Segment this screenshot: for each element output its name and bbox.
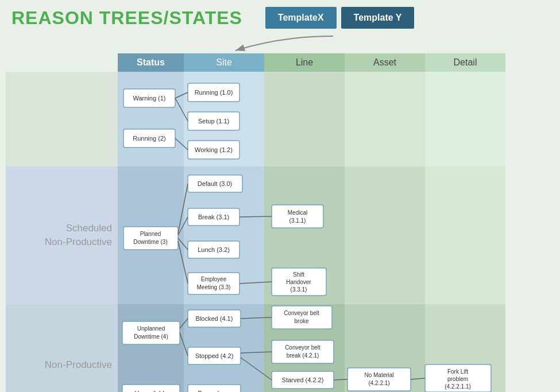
col-header-detail: Detail	[425, 53, 505, 72]
default-text: Default (3.0)	[198, 180, 233, 187]
shift-handover-text2: Handover	[286, 279, 311, 285]
col-header-asset: Asset	[345, 53, 425, 72]
line-stopped-c421	[241, 352, 272, 353]
planned-rect	[123, 227, 178, 250]
no-material-rect	[347, 368, 411, 391]
conveyor-421-text2: break (4.2.1)	[287, 352, 319, 359]
page: REASON TREES/STATES TemplateX Template Y…	[0, 0, 560, 392]
medical-rect	[272, 205, 323, 228]
arrow-svg	[0, 33, 560, 53]
planned-text2: Downtime (3)	[133, 239, 167, 245]
col-header-site: Site	[184, 53, 264, 72]
stopped-text: Stopped (4.2)	[195, 352, 234, 359]
unavailable-text: Unavailable	[134, 390, 167, 392]
medical-text2: (3.1.1)	[289, 218, 306, 224]
forklift-text3: (4.2.2.1.1)	[445, 383, 471, 390]
lunch-text: Lunch (3.2)	[198, 246, 230, 253]
unplanned-text1: Unplanned	[137, 325, 165, 332]
nonproductive-section-label: Non-Productive	[6, 304, 118, 392]
template-buttons: TemplateX Template Y	[265, 7, 415, 29]
blocked-text: Blocked (4.1)	[196, 315, 233, 322]
cols-with-overlay: Warning (1) Running (2) Running (1.0) Se…	[118, 72, 505, 392]
line-unplanned-blocked	[180, 319, 188, 328]
line-starved-nomaterial	[334, 379, 347, 380]
line-empmtg-shift	[240, 282, 272, 284]
line-warning-setup	[175, 98, 188, 121]
line-warning-running10	[175, 92, 188, 98]
warning-node-text: Warning (1)	[133, 95, 165, 102]
header-row: Status Site Line Asset Detail	[118, 53, 554, 72]
setup-text: Setup (1.1)	[198, 118, 229, 125]
nonproductive-label-text: Non-Productive	[45, 358, 112, 372]
running-section-label	[6, 72, 118, 166]
line-unplanned-stopped	[180, 333, 188, 356]
no-material-text1: No Material	[364, 372, 393, 378]
planned-text1: Planned	[140, 231, 161, 237]
shift-handover-text1: Shift	[293, 271, 304, 278]
unplanned-text2: Downtime (4)	[134, 333, 168, 340]
body-area: ScheduledNon-Productive Non-Productive	[6, 72, 554, 392]
scheduled-label-text: ScheduledNon-Productive	[45, 222, 112, 249]
emp-meeting-text2: Meeting (3.3)	[197, 284, 231, 290]
page-title: REASON TREES/STATES	[11, 7, 242, 29]
working-text: Working (1.2)	[195, 146, 233, 153]
line-blocked-cbroke	[241, 317, 272, 319]
template-y-button[interactable]: Template Y	[341, 7, 415, 29]
unplanned-rect	[122, 321, 180, 344]
diagram-wrapper: Status Site Line Asset Detail ScheduledN…	[6, 53, 554, 392]
forklift-text1: Fork Lift	[447, 368, 468, 375]
header: REASON TREES/STATES TemplateX Template Y	[0, 0, 560, 33]
running2-node-text: Running (2)	[133, 135, 165, 142]
running-site-text: Running (1.0)	[195, 89, 233, 96]
conveyor-broke-text2: broke	[294, 318, 308, 324]
emp-meeting-text1: Employee	[201, 276, 227, 282]
line-nomaterial-forklift	[411, 378, 425, 379]
col-header-line: Line	[264, 53, 345, 72]
diagram-svg: Warning (1) Running (2) Running (1.0) Se…	[118, 72, 505, 392]
left-labels-col: ScheduledNon-Productive Non-Productive	[6, 72, 118, 392]
col-header-status: Status	[118, 53, 184, 72]
shift-handover-text3: (3.3.1)	[291, 286, 307, 293]
starved-text: Starved (4.2.2)	[282, 377, 324, 383]
conveyor-broke-text1: Conveyor belt	[284, 310, 319, 316]
conveyor-421-rect	[272, 340, 334, 363]
power-loss-text: Power Loss	[198, 390, 231, 392]
forklift-text2: problem	[447, 376, 468, 382]
template-x-button[interactable]: TemplateX	[265, 7, 337, 29]
scheduled-section-label: ScheduledNon-Productive	[6, 166, 118, 304]
medical-text1: Medical	[288, 209, 307, 216]
conveyor-broke-rect	[272, 306, 332, 329]
conveyor-421-text1: Conveyor belt	[285, 344, 320, 351]
line-running2-working	[175, 138, 188, 150]
no-material-text2: (4.2.2.1)	[368, 380, 389, 386]
line-stopped-starved	[241, 358, 272, 380]
break-text: Break (3.1)	[198, 214, 229, 220]
line-break-medical	[240, 216, 272, 217]
